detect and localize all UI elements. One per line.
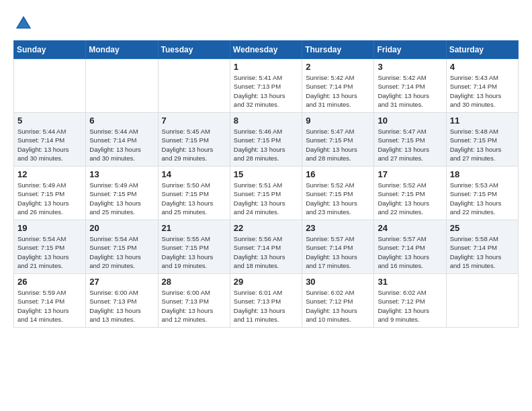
day-info: Sunrise: 5:56 AM Sunset: 7:14 PM Dayligh… [234,234,298,270]
week-row-3: 12Sunrise: 5:49 AM Sunset: 7:15 PM Dayli… [14,167,519,220]
day-cell: 15Sunrise: 5:51 AM Sunset: 7:15 PM Dayli… [230,167,302,220]
logo [13,13,36,34]
day-cell: 7Sunrise: 5:45 AM Sunset: 7:15 PM Daylig… [158,113,230,167]
day-info: Sunrise: 5:54 AM Sunset: 7:15 PM Dayligh… [17,234,82,270]
day-cell: 8Sunrise: 5:46 AM Sunset: 7:15 PM Daylig… [230,113,302,167]
day-info: Sunrise: 5:41 AM Sunset: 7:13 PM Dayligh… [234,73,298,109]
day-cell: 3Sunrise: 5:42 AM Sunset: 7:14 PM Daylig… [374,59,446,113]
day-cell: 26Sunrise: 5:59 AM Sunset: 7:14 PM Dayli… [14,274,86,328]
weekday-header-wednesday: Wednesday [230,41,302,59]
week-row-4: 19Sunrise: 5:54 AM Sunset: 7:15 PM Dayli… [14,220,519,274]
weekday-header-monday: Monday [86,41,158,59]
day-number: 29 [234,277,298,287]
day-cell: 28Sunrise: 6:00 AM Sunset: 7:13 PM Dayli… [158,274,230,328]
day-cell: 2Sunrise: 5:42 AM Sunset: 7:14 PM Daylig… [302,59,374,113]
day-cell: 22Sunrise: 5:56 AM Sunset: 7:14 PM Dayli… [230,220,302,274]
day-number: 1 [234,62,298,72]
weekday-header-thursday: Thursday [302,41,374,59]
day-cell: 4Sunrise: 5:43 AM Sunset: 7:14 PM Daylig… [446,59,518,113]
week-row-5: 26Sunrise: 5:59 AM Sunset: 7:14 PM Dayli… [14,274,519,328]
day-info: Sunrise: 5:42 AM Sunset: 7:14 PM Dayligh… [306,73,370,109]
day-info: Sunrise: 6:00 AM Sunset: 7:13 PM Dayligh… [162,288,226,324]
day-cell: 5Sunrise: 5:44 AM Sunset: 7:14 PM Daylig… [14,113,86,167]
day-cell: 14Sunrise: 5:50 AM Sunset: 7:15 PM Dayli… [158,167,230,220]
day-info: Sunrise: 5:57 AM Sunset: 7:14 PM Dayligh… [306,234,370,270]
calendar: SundayMondayTuesdayWednesdayThursdayFrid… [13,40,519,328]
day-number: 19 [17,223,82,233]
day-info: Sunrise: 6:01 AM Sunset: 7:13 PM Dayligh… [234,288,298,324]
day-cell: 11Sunrise: 5:48 AM Sunset: 7:15 PM Dayli… [446,113,518,167]
day-number: 13 [89,169,154,179]
day-cell: 6Sunrise: 5:44 AM Sunset: 7:14 PM Daylig… [86,113,158,167]
day-number: 24 [378,223,442,233]
page-header [13,13,519,34]
day-number: 15 [234,169,298,179]
day-cell: 17Sunrise: 5:52 AM Sunset: 7:15 PM Dayli… [374,167,446,220]
day-cell [86,59,158,113]
day-cell [14,59,86,113]
day-info: Sunrise: 5:57 AM Sunset: 7:14 PM Dayligh… [378,234,442,270]
day-cell: 23Sunrise: 5:57 AM Sunset: 7:14 PM Dayli… [302,220,374,274]
day-number: 16 [306,169,370,179]
logo-icon [13,13,34,34]
day-info: Sunrise: 5:44 AM Sunset: 7:14 PM Dayligh… [17,127,82,163]
day-number: 22 [234,223,298,233]
day-cell: 21Sunrise: 5:55 AM Sunset: 7:15 PM Dayli… [158,220,230,274]
day-cell: 9Sunrise: 5:47 AM Sunset: 7:15 PM Daylig… [302,113,374,167]
day-number: 6 [89,116,154,126]
day-cell [158,59,230,113]
day-info: Sunrise: 5:52 AM Sunset: 7:15 PM Dayligh… [378,181,442,216]
day-number: 4 [450,62,515,72]
day-cell: 27Sunrise: 6:00 AM Sunset: 7:13 PM Dayli… [86,274,158,328]
day-number: 20 [89,223,154,233]
day-info: Sunrise: 5:49 AM Sunset: 7:15 PM Dayligh… [17,181,82,216]
day-info: Sunrise: 5:51 AM Sunset: 7:15 PM Dayligh… [234,181,298,216]
day-cell: 12Sunrise: 5:49 AM Sunset: 7:15 PM Dayli… [14,167,86,220]
day-info: Sunrise: 5:59 AM Sunset: 7:14 PM Dayligh… [17,288,82,324]
day-number: 23 [306,223,370,233]
day-cell: 18Sunrise: 5:53 AM Sunset: 7:15 PM Dayli… [446,167,518,220]
day-number: 30 [306,277,370,287]
day-number: 12 [17,169,82,179]
day-info: Sunrise: 5:42 AM Sunset: 7:14 PM Dayligh… [378,73,442,109]
weekday-header-saturday: Saturday [446,41,518,59]
day-info: Sunrise: 5:52 AM Sunset: 7:15 PM Dayligh… [306,181,370,216]
day-number: 27 [89,277,154,287]
day-number: 31 [378,277,442,287]
day-number: 7 [162,116,226,126]
day-number: 11 [450,116,515,126]
day-cell: 13Sunrise: 5:49 AM Sunset: 7:15 PM Dayli… [86,167,158,220]
day-info: Sunrise: 6:02 AM Sunset: 7:12 PM Dayligh… [378,288,442,324]
day-cell: 19Sunrise: 5:54 AM Sunset: 7:15 PM Dayli… [14,220,86,274]
day-number: 21 [162,223,226,233]
day-number: 14 [162,169,226,179]
day-number: 26 [17,277,82,287]
day-info: Sunrise: 5:54 AM Sunset: 7:15 PM Dayligh… [89,234,154,270]
day-info: Sunrise: 5:55 AM Sunset: 7:15 PM Dayligh… [162,234,226,270]
day-info: Sunrise: 5:53 AM Sunset: 7:15 PM Dayligh… [450,181,515,216]
day-number: 28 [162,277,226,287]
day-number: 17 [378,169,442,179]
day-cell: 1Sunrise: 5:41 AM Sunset: 7:13 PM Daylig… [230,59,302,113]
day-number: 18 [450,169,515,179]
day-cell: 30Sunrise: 6:02 AM Sunset: 7:12 PM Dayli… [302,274,374,328]
day-info: Sunrise: 5:45 AM Sunset: 7:15 PM Dayligh… [162,127,226,163]
day-info: Sunrise: 5:46 AM Sunset: 7:15 PM Dayligh… [234,127,298,163]
day-info: Sunrise: 6:02 AM Sunset: 7:12 PM Dayligh… [306,288,370,324]
day-info: Sunrise: 5:49 AM Sunset: 7:15 PM Dayligh… [89,181,154,216]
day-number: 2 [306,62,370,72]
day-number: 3 [378,62,442,72]
day-info: Sunrise: 5:47 AM Sunset: 7:15 PM Dayligh… [306,127,370,163]
day-info: Sunrise: 5:43 AM Sunset: 7:14 PM Dayligh… [450,73,515,109]
day-cell: 16Sunrise: 5:52 AM Sunset: 7:15 PM Dayli… [302,167,374,220]
day-cell: 31Sunrise: 6:02 AM Sunset: 7:12 PM Dayli… [374,274,446,328]
day-info: Sunrise: 5:58 AM Sunset: 7:14 PM Dayligh… [450,234,515,270]
week-row-2: 5Sunrise: 5:44 AM Sunset: 7:14 PM Daylig… [14,113,519,167]
day-number: 10 [378,116,442,126]
day-info: Sunrise: 5:47 AM Sunset: 7:15 PM Dayligh… [378,127,442,163]
day-info: Sunrise: 5:44 AM Sunset: 7:14 PM Dayligh… [89,127,154,163]
weekday-header-friday: Friday [374,41,446,59]
day-cell: 24Sunrise: 5:57 AM Sunset: 7:14 PM Dayli… [374,220,446,274]
day-cell: 29Sunrise: 6:01 AM Sunset: 7:13 PM Dayli… [230,274,302,328]
weekday-header-sunday: Sunday [14,41,86,59]
